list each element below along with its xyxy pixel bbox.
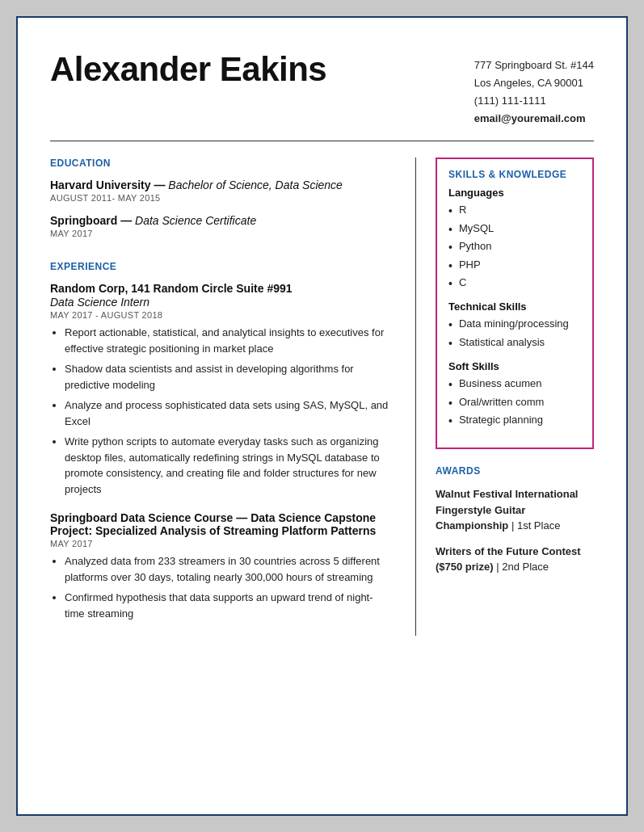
full-name: Alexander Eakins [50, 50, 326, 89]
lang-php: PHP [448, 257, 581, 275]
bullet-0-2: Analyze and process sophisticated data s… [65, 397, 391, 429]
lang-r: R [448, 202, 581, 220]
bullet-0-1: Shadow data scientists and assist in dev… [65, 361, 391, 393]
school-name-1: Springboard [50, 214, 117, 227]
education-section: EDUCATION Harvard University — Bachelor … [50, 158, 391, 238]
school-0: Harvard University — Bachelor of Science… [50, 179, 391, 191]
school-name-0: Harvard University [50, 179, 151, 191]
email: email@youremail.com [474, 110, 594, 128]
tech-0: Data mining/processing [448, 316, 581, 334]
award-sep-0: | [511, 519, 517, 532]
exp-entry-1: Springboard Data Science Course — Data S… [50, 511, 391, 621]
edu-date-1: MAY 2017 [50, 229, 391, 238]
edu-entry-0: Harvard University — Bachelor of Science… [50, 179, 391, 203]
address-line2: Los Angeles, CA 90001 [474, 74, 594, 92]
technical-label: Technical Skills [448, 300, 581, 313]
education-title: EDUCATION [50, 158, 391, 169]
bullets-1: Analyzed data from 233 streamers in 30 c… [50, 553, 391, 621]
name-block: Alexander Eakins [50, 50, 326, 89]
languages-label: Languages [448, 187, 581, 199]
degree-1: Data Science Certificate [135, 214, 256, 227]
header-section: Alexander Eakins 777 Springboard St. #14… [50, 50, 594, 141]
soft-list: Business acumen Oral/written comm Strate… [448, 376, 581, 430]
skill-cat-languages: Languages R MySQL Python PHP C [448, 187, 581, 292]
skills-title: SKILLS & KNOWLEDGE [448, 169, 581, 180]
exp-date-0: MAY 2017 - AUGUST 2018 [50, 310, 391, 320]
bullet-1-1: Confirmed hypothesis that data supports … [65, 590, 391, 621]
technical-list: Data mining/processing Statistical analy… [448, 316, 581, 352]
company-name-1: Springboard Data Science Course [50, 511, 233, 524]
awards-section: AWARDS Walnut Festival International Fin… [436, 465, 594, 575]
bullet-1-0: Analyzed data from 233 streamers in 30 c… [65, 553, 391, 585]
left-column: EDUCATION Harvard University — Bachelor … [50, 158, 416, 636]
phone: (111) 111-1111 [474, 92, 594, 110]
experience-section: EXPERIENCE Random Corp, 141 Random Circl… [50, 261, 391, 621]
award-1: Writers of the Future Contest ($750 priz… [436, 544, 594, 575]
skill-cat-technical: Technical Skills Data mining/processing … [448, 300, 581, 352]
company-1: Springboard Data Science Course — Data S… [50, 511, 391, 537]
bullet-0-3: Write python scripts to automate everyda… [65, 434, 391, 497]
award-place-0: 1st Place [517, 519, 560, 532]
lang-c: C [448, 275, 581, 292]
lang-python: Python [448, 238, 581, 256]
company-0: Random Corp, 141 Random Circle Suite #99… [50, 282, 391, 295]
edu-date-0: AUGUST 2011- MAY 2015 [50, 193, 391, 203]
address-line1: 777 Springboard St. #144 [474, 57, 594, 74]
bullets-0: Report actionable, statistical, and anal… [50, 325, 391, 497]
lang-mysql: MySQL [448, 221, 581, 238]
tech-1: Statistical analysis [448, 334, 581, 352]
right-column: SKILLS & KNOWLEDGE Languages R MySQL Pyt… [416, 158, 594, 636]
soft-0: Business acumen [448, 376, 581, 393]
bullet-0-0: Report actionable, statistical, and anal… [65, 325, 391, 356]
role-0: Data Science Intern [50, 296, 391, 309]
school-1: Springboard — Data Science Certificate [50, 214, 391, 227]
school-dash-1: — [120, 214, 135, 227]
skills-box: SKILLS & KNOWLEDGE Languages R MySQL Pyt… [436, 158, 594, 449]
contact-block: 777 Springboard St. #144 Los Angeles, CA… [474, 50, 594, 128]
edu-entry-1: Springboard — Data Science Certificate M… [50, 214, 391, 238]
soft-1: Oral/written comm [448, 394, 581, 412]
experience-title: EXPERIENCE [50, 261, 391, 272]
company-dash-1: — [236, 511, 250, 524]
two-col-layout: EDUCATION Harvard University — Bachelor … [50, 158, 594, 636]
languages-list: R MySQL Python PHP C [448, 202, 581, 292]
soft-label: Soft Skills [448, 360, 581, 372]
award-place-1: 2nd Place [502, 561, 549, 573]
school-dash-0: — [154, 179, 168, 191]
award-0: Walnut Festival International Fingerstyl… [436, 486, 594, 534]
resume-document: Alexander Eakins 777 Springboard St. #14… [16, 16, 628, 816]
exp-entry-0: Random Corp, 141 Random Circle Suite #99… [50, 282, 391, 497]
awards-title: AWARDS [436, 465, 594, 477]
soft-2: Strategic planning [448, 412, 581, 430]
skill-cat-soft: Soft Skills Business acumen Oral/written… [448, 360, 581, 430]
degree-0: Bachelor of Science, Data Science [168, 179, 343, 191]
exp-date-1: MAY 2017 [50, 539, 391, 548]
